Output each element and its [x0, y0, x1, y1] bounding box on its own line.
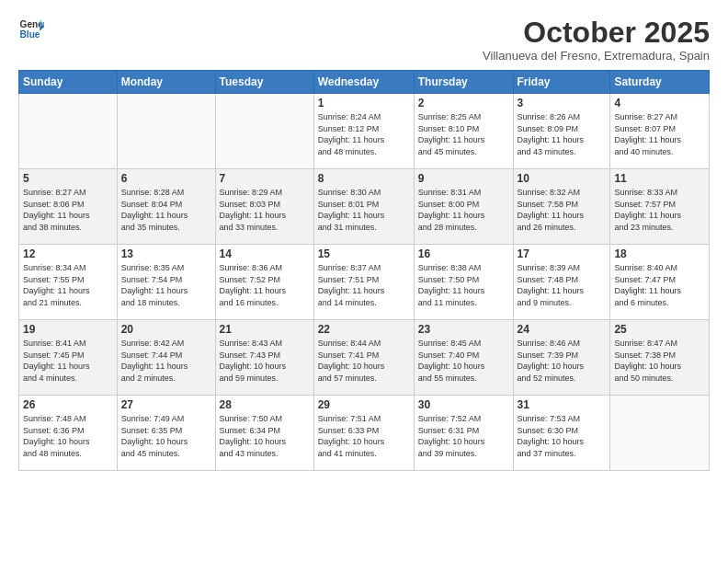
day-number: 22	[318, 323, 410, 336]
calendar-cell: 20Sunrise: 8:42 AM Sunset: 7:44 PM Dayli…	[117, 320, 215, 396]
day-info: Sunrise: 7:53 AM Sunset: 6:30 PM Dayligh…	[518, 413, 607, 459]
weekday-header-thursday: Thursday	[414, 71, 513, 94]
calendar-cell: 14Sunrise: 8:36 AM Sunset: 7:52 PM Dayli…	[215, 245, 313, 320]
day-info: Sunrise: 8:27 AM Sunset: 8:07 PM Dayligh…	[614, 111, 705, 157]
day-number: 1	[318, 97, 410, 109]
day-number: 18	[614, 247, 705, 260]
calendar-cell: 28Sunrise: 7:50 AM Sunset: 6:34 PM Dayli…	[215, 396, 313, 471]
location-subtitle: Villanueva del Fresno, Extremadura, Spai…	[483, 49, 710, 63]
day-number: 7	[220, 172, 310, 185]
calendar-cell: 22Sunrise: 8:44 AM Sunset: 7:41 PM Dayli…	[313, 320, 414, 396]
weekday-header-monday: Monday	[117, 71, 215, 94]
day-number: 30	[418, 398, 509, 411]
day-number: 23	[418, 323, 509, 336]
day-info: Sunrise: 8:25 AM Sunset: 8:10 PM Dayligh…	[418, 111, 509, 157]
calendar-cell	[610, 396, 710, 471]
day-info: Sunrise: 8:33 AM Sunset: 7:57 PM Dayligh…	[614, 187, 705, 233]
day-number: 14	[220, 247, 310, 260]
day-number: 19	[23, 323, 113, 336]
day-number: 11	[614, 172, 705, 185]
day-number: 17	[518, 247, 607, 260]
day-number: 12	[23, 247, 113, 260]
calendar-week-row: 19Sunrise: 8:41 AM Sunset: 7:45 PM Dayli…	[19, 320, 710, 396]
title-block: October 2025 Villanueva del Fresno, Extr…	[483, 17, 710, 63]
calendar-cell: 30Sunrise: 7:52 AM Sunset: 6:31 PM Dayli…	[414, 396, 513, 471]
calendar-cell	[117, 94, 215, 169]
day-number: 5	[23, 172, 113, 185]
calendar-cell: 26Sunrise: 7:48 AM Sunset: 6:36 PM Dayli…	[19, 396, 118, 471]
calendar-cell: 5Sunrise: 8:27 AM Sunset: 8:06 PM Daylig…	[19, 169, 118, 245]
calendar-cell: 9Sunrise: 8:31 AM Sunset: 8:00 PM Daylig…	[414, 169, 513, 245]
day-info: Sunrise: 8:26 AM Sunset: 8:09 PM Dayligh…	[518, 111, 607, 157]
day-number: 26	[23, 398, 113, 411]
calendar-cell: 7Sunrise: 8:29 AM Sunset: 8:03 PM Daylig…	[215, 169, 313, 245]
day-number: 29	[318, 398, 410, 411]
day-info: Sunrise: 8:37 AM Sunset: 7:51 PM Dayligh…	[318, 262, 410, 308]
weekday-header-row: SundayMondayTuesdayWednesdayThursdayFrid…	[19, 71, 710, 94]
day-info: Sunrise: 8:43 AM Sunset: 7:43 PM Dayligh…	[220, 338, 310, 384]
calendar-week-row: 5Sunrise: 8:27 AM Sunset: 8:06 PM Daylig…	[19, 169, 710, 245]
day-info: Sunrise: 7:52 AM Sunset: 6:31 PM Dayligh…	[418, 413, 509, 459]
calendar-cell: 25Sunrise: 8:47 AM Sunset: 7:38 PM Dayli…	[610, 320, 710, 396]
day-info: Sunrise: 8:36 AM Sunset: 7:52 PM Dayligh…	[220, 262, 310, 308]
day-number: 28	[220, 398, 310, 411]
day-number: 21	[220, 323, 310, 336]
svg-text:Blue: Blue	[20, 29, 40, 40]
day-number: 25	[614, 323, 705, 336]
day-info: Sunrise: 8:45 AM Sunset: 7:40 PM Dayligh…	[418, 338, 509, 384]
calendar-cell: 2Sunrise: 8:25 AM Sunset: 8:10 PM Daylig…	[414, 94, 513, 169]
calendar-cell: 27Sunrise: 7:49 AM Sunset: 6:35 PM Dayli…	[117, 396, 215, 471]
day-number: 20	[121, 323, 211, 336]
day-info: Sunrise: 8:35 AM Sunset: 7:54 PM Dayligh…	[121, 262, 211, 308]
calendar-week-row: 26Sunrise: 7:48 AM Sunset: 6:36 PM Dayli…	[19, 396, 710, 471]
calendar-cell: 1Sunrise: 8:24 AM Sunset: 8:12 PM Daylig…	[313, 94, 414, 169]
day-number: 16	[418, 247, 509, 260]
calendar-cell: 10Sunrise: 8:32 AM Sunset: 7:58 PM Dayli…	[513, 169, 610, 245]
calendar-cell: 19Sunrise: 8:41 AM Sunset: 7:45 PM Dayli…	[19, 320, 118, 396]
calendar-cell: 6Sunrise: 8:28 AM Sunset: 8:04 PM Daylig…	[117, 169, 215, 245]
calendar-cell: 3Sunrise: 8:26 AM Sunset: 8:09 PM Daylig…	[513, 94, 610, 169]
calendar-cell: 29Sunrise: 7:51 AM Sunset: 6:33 PM Dayli…	[313, 396, 414, 471]
day-info: Sunrise: 7:50 AM Sunset: 6:34 PM Dayligh…	[220, 413, 310, 459]
calendar-cell: 16Sunrise: 8:38 AM Sunset: 7:50 PM Dayli…	[414, 245, 513, 320]
day-info: Sunrise: 8:44 AM Sunset: 7:41 PM Dayligh…	[318, 338, 410, 384]
calendar-cell	[215, 94, 313, 169]
calendar-cell: 15Sunrise: 8:37 AM Sunset: 7:51 PM Dayli…	[313, 245, 414, 320]
day-info: Sunrise: 7:49 AM Sunset: 6:35 PM Dayligh…	[121, 413, 211, 459]
calendar-table: SundayMondayTuesdayWednesdayThursdayFrid…	[18, 70, 710, 471]
day-info: Sunrise: 8:24 AM Sunset: 8:12 PM Dayligh…	[318, 111, 410, 157]
day-info: Sunrise: 8:39 AM Sunset: 7:48 PM Dayligh…	[518, 262, 607, 308]
day-info: Sunrise: 8:42 AM Sunset: 7:44 PM Dayligh…	[121, 338, 211, 384]
day-info: Sunrise: 8:46 AM Sunset: 7:39 PM Dayligh…	[518, 338, 607, 384]
day-number: 6	[121, 172, 211, 185]
weekday-header-wednesday: Wednesday	[313, 71, 414, 94]
day-number: 9	[418, 172, 509, 185]
day-info: Sunrise: 8:38 AM Sunset: 7:50 PM Dayligh…	[418, 262, 509, 308]
day-number: 3	[518, 97, 607, 109]
calendar-cell	[19, 94, 118, 169]
weekday-header-sunday: Sunday	[19, 71, 118, 94]
day-number: 8	[318, 172, 410, 185]
day-info: Sunrise: 7:48 AM Sunset: 6:36 PM Dayligh…	[23, 413, 113, 459]
day-number: 24	[518, 323, 607, 336]
calendar-cell: 18Sunrise: 8:40 AM Sunset: 7:47 PM Dayli…	[610, 245, 710, 320]
day-info: Sunrise: 8:34 AM Sunset: 7:55 PM Dayligh…	[23, 262, 113, 308]
day-info: Sunrise: 8:28 AM Sunset: 8:04 PM Dayligh…	[121, 187, 211, 233]
day-number: 27	[121, 398, 211, 411]
calendar-cell: 31Sunrise: 7:53 AM Sunset: 6:30 PM Dayli…	[513, 396, 610, 471]
calendar-week-row: 1Sunrise: 8:24 AM Sunset: 8:12 PM Daylig…	[19, 94, 710, 169]
day-number: 31	[518, 398, 607, 411]
day-number: 10	[518, 172, 607, 185]
day-info: Sunrise: 8:41 AM Sunset: 7:45 PM Dayligh…	[23, 338, 113, 384]
calendar-cell: 12Sunrise: 8:34 AM Sunset: 7:55 PM Dayli…	[19, 245, 118, 320]
weekday-header-saturday: Saturday	[610, 71, 710, 94]
day-info: Sunrise: 8:27 AM Sunset: 8:06 PM Dayligh…	[23, 187, 113, 233]
day-number: 13	[121, 247, 211, 260]
calendar-cell: 4Sunrise: 8:27 AM Sunset: 8:07 PM Daylig…	[610, 94, 710, 169]
calendar-cell: 21Sunrise: 8:43 AM Sunset: 7:43 PM Dayli…	[215, 320, 313, 396]
day-info: Sunrise: 8:29 AM Sunset: 8:03 PM Dayligh…	[220, 187, 310, 233]
calendar-cell: 24Sunrise: 8:46 AM Sunset: 7:39 PM Dayli…	[513, 320, 610, 396]
calendar-week-row: 12Sunrise: 8:34 AM Sunset: 7:55 PM Dayli…	[19, 245, 710, 320]
day-number: 15	[318, 247, 410, 260]
logo: General Blue	[18, 17, 44, 42]
